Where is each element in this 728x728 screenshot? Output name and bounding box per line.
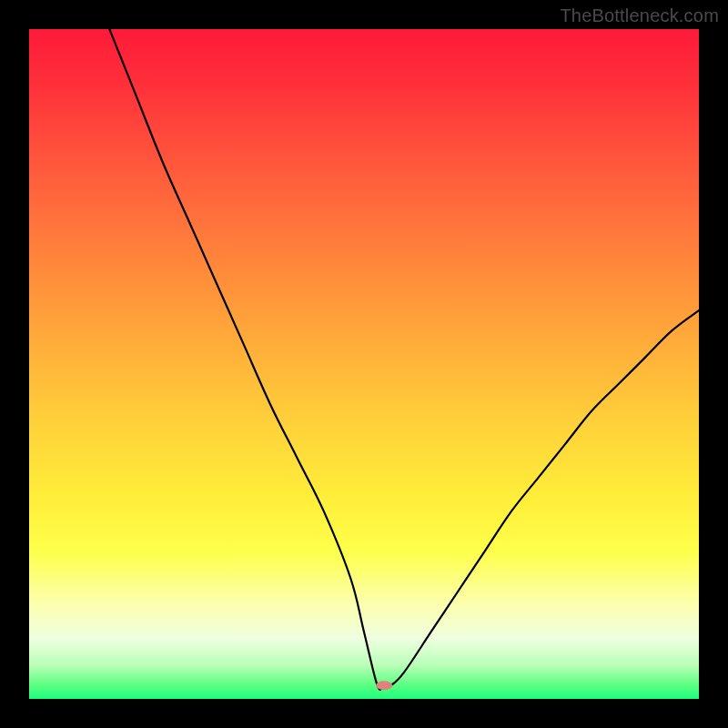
plot-area	[29, 29, 699, 699]
bottleneck-curve	[29, 29, 699, 699]
chart-frame: TheBottleneck.com	[0, 0, 728, 728]
watermark-text: TheBottleneck.com	[560, 5, 719, 26]
curve-path	[109, 29, 699, 690]
min-marker	[376, 681, 392, 690]
